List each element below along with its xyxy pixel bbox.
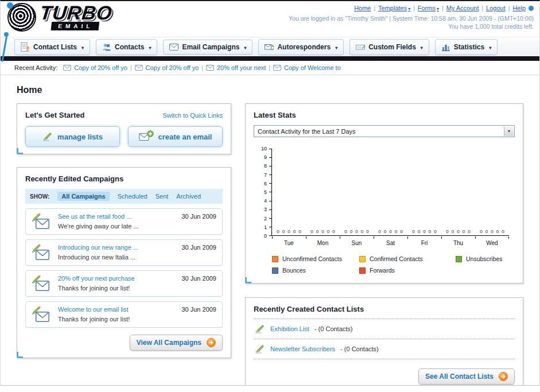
filter-all-campaigns[interactable]: All Campaigns — [57, 192, 109, 201]
campaign-edit-icon — [32, 275, 52, 291]
stats-period-value: Contact Activity for the Last 7 Days — [258, 128, 356, 135]
help-icon[interactable] — [529, 6, 534, 11]
top-link-forms[interactable]: Forms — [418, 5, 439, 11]
filter-scheduled[interactable]: Scheduled — [118, 193, 147, 200]
tab-autoresponders[interactable]: Autoresponders — [258, 39, 344, 55]
campaign-date: 30 Jun 2009 — [181, 306, 216, 313]
tab-statistics[interactable]: Statistics — [435, 39, 498, 55]
legend-item: Bounces — [272, 267, 359, 274]
tab-email-campaigns[interactable]: Email Campaigns — [163, 40, 252, 55]
header-right: Home Templates Forms My Account Logout H… — [289, 5, 534, 30]
view-all-campaigns-button[interactable]: View All Campaigns — [130, 335, 223, 351]
contacts-icon — [102, 42, 111, 52]
manage-lists-button[interactable]: manage lists — [25, 126, 120, 147]
bar-value-label: 0 — [452, 230, 454, 234]
contact-list-detail: - (0 Contacts) — [314, 325, 353, 332]
see-all-contact-lists-button[interactable]: See All Contact Lists — [418, 368, 515, 385]
tab-contacts[interactable]: Contacts — [96, 39, 157, 55]
tab-custom-fields[interactable]: Custom Fields — [349, 39, 429, 55]
envelope-icon — [206, 65, 214, 71]
bar-value-label: 0 — [502, 230, 504, 234]
chart-groups: 00000Tue00000Mon00000Sun00000Sat00000Fri… — [272, 149, 509, 235]
switch-quick-links-link[interactable]: Switch to Quick Links — [162, 112, 223, 119]
tab-label: Email Campaigns — [182, 43, 239, 51]
chart-plot-area: 00000Tue00000Mon00000Sun00000Sat00000Fri… — [272, 149, 509, 236]
create-email-button[interactable]: create an email — [128, 126, 223, 147]
bar-value-label: 0 — [366, 230, 368, 234]
recent-activity-item: Copy of Welcome to — [273, 64, 341, 71]
campaign-title-link[interactable]: Welcome to our email list — [58, 306, 130, 313]
stats-chart: 109876543210 00000Tue00000Mon00000Sun000… — [257, 149, 509, 236]
separator — [439, 5, 446, 11]
top-link-my-account[interactable]: My Account — [446, 5, 479, 11]
email-campaigns-icon — [169, 44, 178, 51]
bar-value-label: 0 — [395, 230, 397, 234]
contact-list-link[interactable]: Exhibition List — [270, 325, 309, 332]
bar-value-label: 0 — [423, 230, 425, 234]
bar-value-label: 0 — [418, 230, 420, 234]
separator — [506, 5, 513, 11]
top-link-help[interactable]: Help — [512, 5, 526, 11]
pencil-icon — [32, 275, 41, 284]
create-email-label: create an email — [158, 133, 212, 141]
latest-stats-panel: Latest Stats Contact Activity for the La… — [245, 103, 523, 284]
legend-item: Unconfirmed Contacts — [272, 255, 359, 262]
recent-campaigns-panel: Recently Edited Campaigns SHOW: All Camp… — [17, 167, 231, 358]
top-link-templates[interactable]: Templates — [378, 5, 410, 11]
bar-value-label: 0 — [277, 230, 279, 234]
campaign-title-link[interactable]: See us at the retail food ... — [58, 213, 139, 220]
x-axis-label: Tue — [272, 240, 306, 246]
recent-activity-item: Copy of 20% off yo — [135, 64, 199, 71]
chart-category-group: 00000Fri — [407, 149, 441, 235]
campaign-edit-icon — [32, 306, 52, 322]
bar-value-label: 0 — [480, 230, 482, 234]
legend-swatch — [359, 256, 366, 262]
get-started-title: Let's Get Started — [25, 111, 85, 119]
recent-activity-link[interactable]: Copy of 20% off yo — [74, 64, 127, 71]
campaign-title-link[interactable]: 20% off your next purchase — [58, 275, 135, 282]
legend-swatch — [272, 267, 278, 274]
recent-activity-label: Recent Activity: — [14, 64, 57, 71]
legend-label: Bounces — [282, 267, 306, 274]
stats-period-dropdown[interactable]: Contact Activity for the Last 7 Days — [254, 125, 515, 137]
bar-value-label: 0 — [496, 230, 499, 234]
recent-activity-link[interactable]: Copy of Welcome to — [284, 64, 341, 71]
show-label: SHOW: — [30, 193, 49, 200]
top-link-home[interactable]: Home — [354, 5, 371, 11]
contact-list-item: Newsletter Subscribers - (0 Contacts) — [254, 339, 515, 359]
campaign-date: 30 Jun 2009 — [181, 213, 216, 220]
filter-sent[interactable]: Sent — [156, 193, 169, 200]
pencil-icon — [32, 306, 41, 315]
filter-archived[interactable]: Archived — [176, 193, 201, 200]
tab-contact-lists[interactable]: Contact Lists — [14, 39, 90, 55]
logo-swirl-icon — [7, 3, 36, 32]
plus-icon — [147, 130, 154, 137]
recent-activity-link[interactable]: 20% off your next — [217, 64, 266, 71]
legend-swatch — [272, 256, 278, 262]
recent-activity-link[interactable]: Copy of 20% off yo — [146, 64, 199, 71]
x-axis-label: Thu — [441, 240, 475, 246]
recent-activity-item: 20% off your next — [206, 64, 266, 71]
bar-value-label: 0 — [400, 230, 402, 234]
campaign-filter-bar: SHOW: All Campaigns Scheduled Sent Archi… — [25, 189, 223, 204]
campaign-item: See us at the retail food ... We're givi… — [25, 208, 223, 235]
campaign-date: 30 Jun 2009 — [181, 244, 216, 251]
pencil-icon — [42, 132, 53, 141]
contact-list-link[interactable]: Newsletter Subscribers — [270, 346, 335, 352]
campaign-subtitle: Thanks for joining our list! — [58, 316, 130, 323]
campaign-subtitle: Introducing our new Italia ... — [58, 254, 135, 261]
tab-label: Contacts — [115, 43, 144, 51]
stats-title: Latest Stats — [254, 111, 296, 119]
pencil-icon — [255, 324, 265, 333]
bar-value-label: 0 — [321, 230, 324, 234]
bar-value-label: 0 — [485, 230, 488, 234]
contact-lists-icon — [21, 42, 30, 52]
bar-value-label: 0 — [463, 230, 465, 234]
top-link-logout[interactable]: Logout — [486, 5, 506, 11]
bar-value-label: 0 — [361, 230, 363, 234]
campaign-subtitle: Thanks for joining our list! — [58, 285, 130, 292]
logo-title: TURBO — [39, 4, 113, 22]
campaign-title-link[interactable]: Introducing our new range ... — [58, 244, 138, 251]
bar-value-label: 0 — [355, 230, 358, 234]
legend-label: Forwards — [370, 267, 395, 274]
